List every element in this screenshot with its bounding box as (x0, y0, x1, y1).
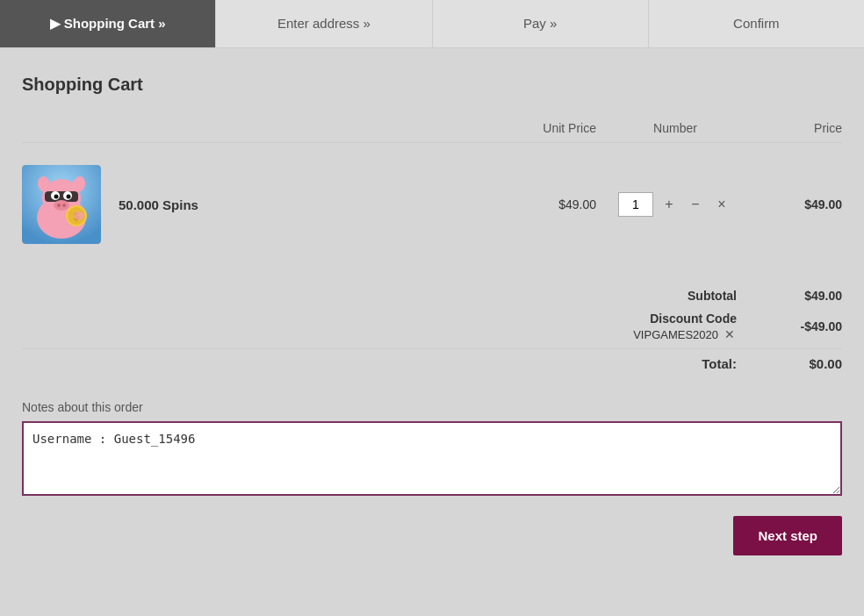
total-label: Total: (579, 356, 754, 371)
svg-point-9 (57, 204, 61, 207)
table-header: Unit Price Number Price (22, 121, 842, 143)
discount-value: -$49.00 (754, 319, 842, 333)
quantity-input[interactable] (618, 192, 653, 217)
footer-actions: Next step (22, 516, 842, 573)
product-price: $49.00 (754, 197, 842, 211)
discount-label: Discount Code (579, 312, 737, 326)
quantity-decrease-button[interactable]: − (685, 194, 706, 215)
total-row: Total: $0.00 (22, 348, 842, 378)
step-enter-address[interactable]: Enter address » (216, 0, 432, 47)
svg-point-8 (54, 200, 69, 211)
checkout-steps: ▶ Shopping Cart » Enter address » Pay » … (0, 0, 864, 48)
product-unit-price: $49.00 (482, 197, 596, 211)
product-name: 50.000 Spins (101, 197, 482, 212)
quantity-increase-button[interactable]: + (659, 194, 680, 215)
notes-section: Notes about this order (22, 400, 842, 498)
product-image: $ (22, 165, 101, 244)
table-row: $ 50.000 Spins $49.00 + − × $49.00 (22, 152, 842, 257)
main-content: Shopping Cart Unit Price Number Price (0, 48, 864, 599)
step-pay[interactable]: Pay » (433, 0, 649, 47)
svg-point-7 (67, 195, 71, 199)
discount-code-value: VIPGAMES2020 (633, 328, 718, 341)
order-summary: Subtotal $49.00 Discount Code VIPGAMES20… (22, 275, 842, 378)
remove-discount-button[interactable]: ✕ (723, 327, 737, 341)
page-title: Shopping Cart (22, 75, 842, 95)
header-number: Number (596, 121, 754, 135)
notes-label: Notes about this order (22, 400, 842, 414)
subtotal-label: Subtotal (579, 289, 754, 303)
subtotal-row: Subtotal $49.00 (22, 283, 842, 308)
svg-point-6 (54, 195, 59, 199)
quantity-remove-button[interactable]: × (711, 194, 732, 215)
header-price: Price (754, 121, 842, 135)
cart-table: Unit Price Number Price (22, 121, 842, 257)
next-step-button[interactable]: Next step (733, 516, 842, 555)
svg-point-10 (62, 204, 66, 207)
notes-textarea[interactable] (22, 421, 842, 496)
svg-point-16 (74, 211, 84, 220)
header-unit-price: Unit Price (482, 121, 596, 135)
subtotal-value: $49.00 (754, 289, 842, 303)
product-quantity-control: + − × (596, 192, 754, 217)
total-value: $0.00 (754, 356, 842, 371)
step-confirm[interactable]: Confirm (649, 0, 864, 47)
discount-row: Discount Code VIPGAMES2020 ✕ -$49.00 (22, 308, 842, 345)
step-shopping-cart[interactable]: ▶ Shopping Cart » (0, 0, 216, 47)
